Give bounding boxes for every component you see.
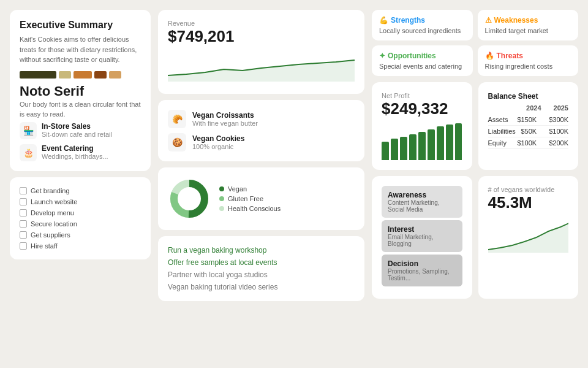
revenue-value: $749,201 bbox=[168, 27, 355, 46]
assets-2024: $150K bbox=[517, 116, 537, 123]
instore-icon: 🏪 bbox=[20, 122, 37, 139]
bar-9 bbox=[455, 123, 462, 160]
bar-6 bbox=[428, 129, 435, 160]
check-label-website: Launch website bbox=[31, 198, 77, 205]
font-section: Noto Serif Our body font is a clean circ… bbox=[20, 83, 141, 120]
vegans-chart bbox=[488, 216, 569, 253]
vegans-label: # of vegans worldwide bbox=[488, 186, 569, 193]
assets-2025: $300K bbox=[549, 116, 568, 123]
donut-card: Vegan Gluten Free Health Conscious bbox=[158, 167, 364, 230]
croissant-title: Vegan Croissants bbox=[192, 111, 258, 120]
mkt-item-2[interactable]: Offer free samples at local events bbox=[168, 258, 355, 267]
legend-vegan-label: Vegan bbox=[228, 185, 247, 193]
marketing-list: Run a vegan baking workshop Offer free s… bbox=[168, 246, 355, 291]
equity-label: Equity bbox=[488, 139, 507, 147]
instore-sub: Sit-down cafe and retail bbox=[42, 131, 112, 138]
mkt-item-4[interactable]: Vegan baking tutorial video series bbox=[168, 283, 355, 291]
exec-title: Executive Summary bbox=[20, 20, 141, 31]
revenue-chart bbox=[168, 51, 355, 82]
swatch-1 bbox=[20, 71, 56, 79]
interest-title: Interest bbox=[388, 225, 456, 234]
net-profit-value: $249,332 bbox=[382, 99, 462, 118]
check-branding[interactable]: Get branding bbox=[20, 187, 141, 194]
catering-sub: Weddings, birthdays... bbox=[42, 153, 108, 160]
legend-health-label: Health Conscious bbox=[228, 205, 281, 212]
product-list: 🥐 Vegan Croissants With fine vegan butte… bbox=[168, 110, 355, 151]
check-menu[interactable]: Develop menu bbox=[20, 209, 141, 217]
vegan-dot bbox=[219, 186, 224, 191]
swatch-2 bbox=[59, 71, 71, 79]
mid-column: Revenue $749,201 🥐 Vegan Croissants With… bbox=[158, 10, 364, 358]
check-location[interactable]: Secure location bbox=[20, 220, 141, 228]
check-website[interactable]: Launch website bbox=[20, 198, 141, 205]
swot-strengths: 💪 Strengths Locally sourced ingredients bbox=[372, 10, 473, 40]
balance-row-liabilities: Liabilities $50K $100K bbox=[488, 126, 569, 137]
bar-4 bbox=[409, 134, 417, 160]
checklist: Get branding Launch website Develop menu… bbox=[20, 187, 141, 250]
interest-sub: Email Marketing, Blogging bbox=[388, 234, 456, 247]
croissant-sub: With fine vegan butter bbox=[192, 120, 258, 127]
check-label-branding: Get branding bbox=[31, 187, 70, 194]
svg-marker-4 bbox=[488, 223, 569, 253]
color-swatches bbox=[20, 71, 141, 79]
net-profit-area: Net Profit $249,332 Balance Sheet bbox=[372, 82, 578, 170]
checkbox-location[interactable] bbox=[20, 220, 27, 228]
cookie-icon: 🍪 bbox=[168, 133, 186, 151]
revenue-label: Revenue bbox=[168, 20, 355, 27]
instore-title: In-Store Sales bbox=[42, 122, 112, 131]
legend-gluten: Gluten Free bbox=[219, 195, 281, 202]
balance-card: Balance Sheet 2024 2025 Assets $150K $30… bbox=[478, 82, 579, 170]
swatch-5 bbox=[109, 71, 121, 79]
bar-2 bbox=[391, 139, 398, 160]
balance-col1-header: 2024 bbox=[526, 104, 541, 112]
checkbox-website[interactable] bbox=[20, 198, 27, 205]
check-label-staff: Hire staff bbox=[31, 242, 58, 250]
opportunities-icon: ✦ bbox=[379, 52, 385, 60]
balance-col2-header: 2025 bbox=[554, 104, 568, 112]
revenue-card: Revenue $749,201 bbox=[158, 10, 364, 94]
checkbox-suppliers[interactable] bbox=[20, 231, 27, 239]
vegans-card: # of vegans worldwide 45.3M bbox=[478, 176, 579, 299]
funnel-interest: Interest Email Marketing, Blogging bbox=[382, 220, 462, 252]
product-croissants: 🥐 Vegan Croissants With fine vegan butte… bbox=[168, 110, 355, 128]
donut-chart bbox=[168, 177, 211, 220]
exec-desc: Kait's Cookies aims to offer delicious t… bbox=[20, 34, 141, 65]
threats-text: Rising ingredient costs bbox=[485, 63, 571, 70]
strengths-icon: 💪 bbox=[379, 16, 388, 25]
net-profit-label: Net Profit bbox=[382, 92, 462, 99]
swot-grid: 💪 Strengths Locally sourced ingredients … bbox=[372, 10, 578, 76]
mkt-item-1[interactable]: Run a vegan baking workshop bbox=[168, 246, 355, 255]
marketing-card: Run a vegan baking workshop Offer free s… bbox=[158, 236, 364, 301]
check-label-menu: Develop menu bbox=[31, 209, 74, 217]
liabilities-2024: $50K bbox=[521, 128, 537, 135]
net-profit-bars bbox=[382, 123, 462, 160]
strengths-title: 💪 Strengths bbox=[379, 16, 466, 25]
strengths-text: Locally sourced ingredients bbox=[379, 27, 466, 34]
decision-sub: Promotions, Sampling, Testim... bbox=[388, 268, 456, 282]
awareness-sub: Content Marketing, Social Media bbox=[388, 199, 456, 213]
checkbox-branding[interactable] bbox=[20, 187, 27, 194]
liabilities-label: Liabilities bbox=[488, 128, 516, 135]
catering-title: Event Catering bbox=[42, 144, 108, 153]
swot-opportunities: ✦ Opportunities Special events and cater… bbox=[372, 45, 473, 76]
vegans-value: 45.3M bbox=[488, 193, 569, 212]
mkt-item-3[interactable]: Partner with local yoga studios bbox=[168, 270, 355, 279]
check-staff[interactable]: Hire staff bbox=[20, 242, 141, 250]
checkbox-staff[interactable] bbox=[20, 242, 27, 250]
health-dot bbox=[219, 206, 224, 211]
croissant-icon: 🥐 bbox=[168, 110, 186, 128]
checkbox-menu[interactable] bbox=[20, 209, 27, 217]
funnel-decision: Decision Promotions, Sampling, Testim... bbox=[382, 255, 462, 286]
service-catering: 🎂 Event Catering Weddings, birthdays... bbox=[20, 144, 141, 161]
cookie-title: Vegan Cookies bbox=[192, 134, 244, 143]
funnel-awareness: Awareness Content Marketing, Social Medi… bbox=[382, 186, 462, 218]
swatch-4 bbox=[94, 71, 107, 79]
bar-8 bbox=[446, 125, 453, 160]
check-suppliers[interactable]: Get suppliers bbox=[20, 231, 141, 239]
opportunities-text: Special events and catering bbox=[379, 63, 466, 70]
assets-label: Assets bbox=[488, 116, 508, 123]
weaknesses-title: ⚠ Weaknesses bbox=[485, 16, 571, 25]
catering-icon: 🎂 bbox=[20, 144, 37, 161]
svg-marker-0 bbox=[168, 60, 355, 82]
service-instore: 🏪 In-Store Sales Sit-down cafe and retai… bbox=[20, 122, 141, 139]
